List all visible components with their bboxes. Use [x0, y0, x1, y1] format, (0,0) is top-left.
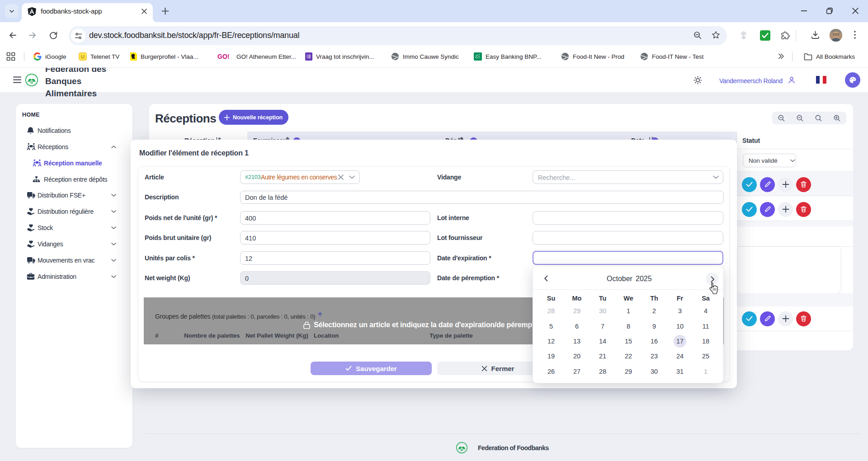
svg-text:GO!: GO! [217, 53, 229, 60]
